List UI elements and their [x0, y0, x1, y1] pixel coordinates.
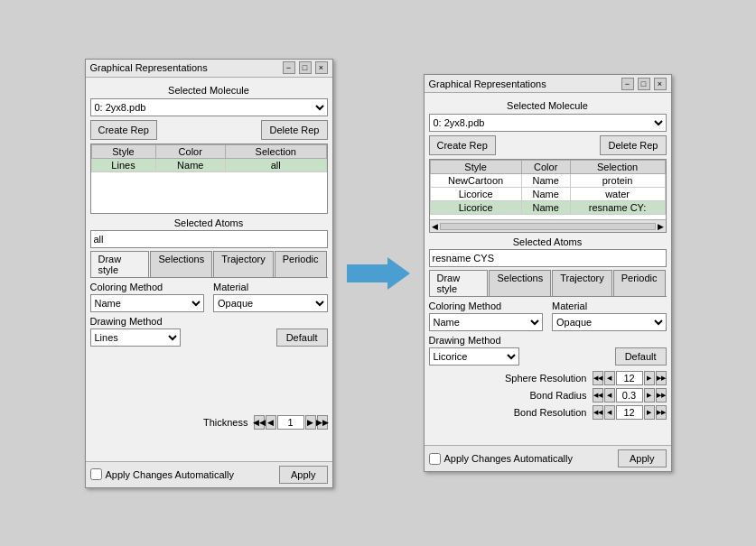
left-window: Graphical Representations − □ × Selected… — [85, 59, 333, 488]
left-minimize-btn[interactable]: − — [283, 61, 295, 74]
right-resolution-section: Sphere Resolution ◀◀ ◀ ▶ ▶▶ Bond Radius … — [429, 371, 667, 420]
right-rep-table-container: Style Color Selection NewCartoonNameprot… — [429, 159, 667, 233]
right-bond-radius-label: Bond Radius — [530, 390, 587, 401]
right-molecule-dropdown[interactable]: 0: 2yx8.pdb — [429, 114, 667, 132]
right-bond-rad-fwd[interactable]: ▶ — [644, 388, 655, 403]
svg-marker-0 — [347, 257, 410, 290]
left-spacer — [90, 352, 328, 406]
right-table-row[interactable]: LicoriceNameresname CY: — [430, 201, 665, 215]
right-sphere-fwd[interactable]: ▶ — [644, 371, 655, 385]
left-thickness-fwd-fwd[interactable]: ▶▶ — [317, 415, 328, 430]
left-material-select[interactable]: Opaque — [213, 294, 328, 312]
right-tab-periodic[interactable]: Periodic — [613, 270, 666, 296]
left-create-rep-button[interactable]: Create Rep — [90, 120, 157, 140]
right-minimize-btn[interactable]: − — [621, 78, 634, 90]
left-bottom-bar: Apply Changes Automatically Apply — [86, 461, 332, 487]
right-material-select[interactable]: Opaque — [552, 313, 667, 331]
left-apply-button[interactable]: Apply — [279, 466, 328, 484]
right-scroll-right-icon[interactable]: ▶ — [658, 222, 664, 231]
right-bond-rad-back[interactable]: ◀ — [604, 388, 615, 403]
left-material-label: Material — [213, 282, 328, 292]
right-sphere-back-back[interactable]: ◀◀ — [593, 371, 603, 385]
left-tab-selections[interactable]: Selections — [150, 251, 212, 277]
right-scroll-left-icon[interactable]: ◀ — [432, 222, 438, 231]
right-window-title: Graphical Representations — [429, 79, 546, 89]
right-bond-radius-row: Bond Radius ◀◀ ◀ ▶ ▶▶ — [429, 388, 667, 403]
right-table-row[interactable]: LicoriceNamewater — [430, 188, 665, 201]
left-titlebar: Graphical Representations − □ × — [86, 60, 332, 78]
right-material-label: Material — [552, 301, 667, 311]
right-col-style: Style — [430, 161, 521, 174]
left-thickness-fwd[interactable]: ▶ — [305, 415, 316, 430]
right-default-button[interactable]: Default — [615, 347, 667, 366]
right-table-scrollbar: ◀ ▶ — [430, 219, 666, 232]
right-col-color: Color — [521, 161, 570, 174]
left-col-selection: Selection — [226, 144, 327, 158]
left-close-btn[interactable]: × — [315, 61, 328, 74]
left-col-style: Style — [91, 144, 155, 158]
left-thickness-back-back[interactable]: ◀◀ — [254, 415, 265, 430]
right-bond-res-input[interactable] — [616, 405, 643, 420]
left-auto-apply-checkbox[interactable] — [90, 468, 102, 480]
right-bond-radius-input[interactable] — [616, 388, 643, 403]
left-rep-table-container: Style Color Selection LinesNameall — [90, 143, 328, 214]
right-sphere-fwd-fwd[interactable]: ▶▶ — [656, 371, 667, 385]
left-delete-rep-button[interactable]: Delete Rep — [261, 120, 327, 140]
right-bond-res-back-back[interactable]: ◀◀ — [593, 405, 603, 420]
right-sphere-res-input[interactable] — [616, 371, 643, 385]
arrow-container — [342, 255, 415, 292]
right-bond-rad-back-back[interactable]: ◀◀ — [593, 388, 603, 403]
right-tab-trajectory[interactable]: Trajectory — [552, 270, 612, 296]
right-bond-res-row: Bond Resolution ◀◀ ◀ ▶ ▶▶ — [429, 405, 667, 420]
right-close-btn[interactable]: × — [654, 78, 667, 90]
right-atoms-input[interactable] — [429, 249, 667, 267]
right-sphere-res-label: Sphere Resolution — [505, 373, 587, 384]
right-bottom-spacer — [429, 422, 667, 440]
left-titlebar-buttons: − □ × — [283, 61, 328, 74]
left-maximize-btn[interactable]: □ — [299, 61, 312, 74]
left-selected-atoms-label: Selected Atoms — [90, 217, 328, 228]
left-coloring-select[interactable]: Name — [90, 294, 205, 312]
left-col-color: Color — [155, 144, 226, 158]
right-drawing-method-label: Drawing Method — [429, 335, 606, 346]
right-create-rep-button[interactable]: Create Rep — [429, 135, 496, 155]
right-coloring-select[interactable]: Name — [429, 313, 544, 331]
left-thickness-back[interactable]: ◀ — [266, 415, 276, 430]
right-sphere-back[interactable]: ◀ — [604, 371, 615, 385]
left-thickness-input[interactable] — [277, 415, 304, 430]
right-titlebar: Graphical Representations − □ × — [425, 75, 671, 93]
left-coloring-label: Coloring Method — [90, 282, 205, 292]
left-tab-periodic[interactable]: Periodic — [275, 251, 327, 277]
right-bond-res-fwd[interactable]: ▶ — [644, 405, 655, 420]
left-default-button[interactable]: Default — [276, 329, 328, 347]
right-table-row[interactable]: NewCartoonNameprotein — [430, 174, 665, 188]
left-atoms-input[interactable] — [90, 230, 328, 248]
right-selected-molecule-label: Selected Molecule — [429, 100, 667, 111]
right-maximize-btn[interactable]: □ — [638, 78, 650, 90]
right-tab-selections[interactable]: Selections — [489, 270, 551, 296]
left-molecule-dropdown[interactable]: 0: 2yx8.pdb — [90, 98, 328, 116]
left-thickness-row: Thickness ◀◀ ◀ ▶ ▶▶ — [90, 415, 328, 430]
right-rep-table: Style Color Selection NewCartoonNameprot… — [430, 160, 666, 215]
left-drawing-method-label: Drawing Method — [90, 316, 267, 327]
right-auto-apply-label: Apply Changes Automatically — [444, 453, 573, 464]
right-selected-atoms-label: Selected Atoms — [429, 236, 667, 247]
left-auto-apply-label: Apply Changes Automatically — [106, 469, 234, 480]
left-drawing-method-select[interactable]: Lines — [90, 329, 181, 347]
left-rep-table: Style Color Selection LinesNameall — [91, 144, 327, 172]
right-bond-res-back[interactable]: ◀ — [604, 405, 615, 420]
left-table-row[interactable]: LinesNameall — [91, 158, 326, 171]
right-apply-button[interactable]: Apply — [618, 449, 667, 467]
left-thickness-controls: ◀◀ ◀ ▶ ▶▶ — [254, 415, 328, 430]
right-bond-rad-fwd-fwd[interactable]: ▶▶ — [656, 388, 667, 403]
right-sphere-res-row: Sphere Resolution ◀◀ ◀ ▶ ▶▶ — [429, 371, 667, 385]
right-arrow-icon — [347, 255, 410, 292]
left-tab-draw-style[interactable]: Draw style — [90, 251, 150, 277]
left-tab-trajectory[interactable]: Trajectory — [213, 251, 274, 277]
right-tabs-row: Draw style Selections Trajectory Periodi… — [429, 270, 667, 297]
right-drawing-method-select[interactable]: Licorice — [429, 347, 519, 366]
right-delete-rep-button[interactable]: Delete Rep — [600, 135, 666, 155]
right-tab-draw-style[interactable]: Draw style — [429, 270, 489, 296]
right-auto-apply-checkbox[interactable] — [429, 453, 441, 465]
right-bond-res-fwd-fwd[interactable]: ▶▶ — [656, 405, 667, 420]
